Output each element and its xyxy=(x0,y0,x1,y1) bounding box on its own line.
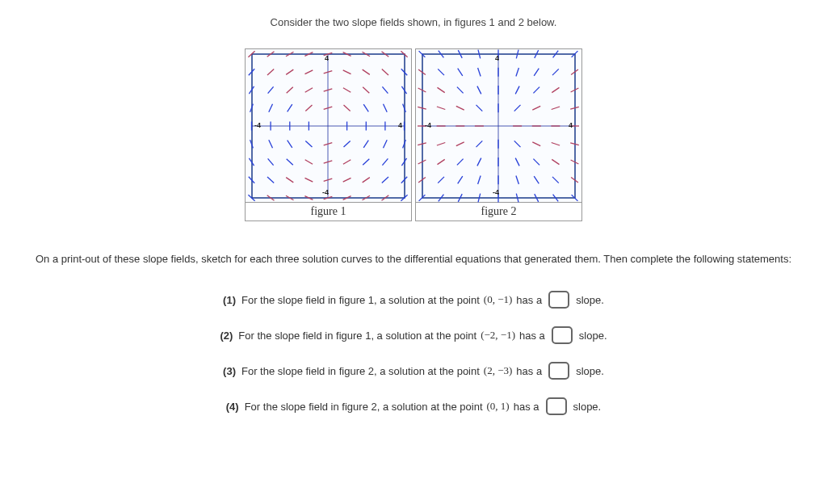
svg-line-14 xyxy=(268,158,274,165)
q4-num: (4) xyxy=(226,401,239,413)
svg-line-67 xyxy=(382,158,388,165)
svg-line-151 xyxy=(552,143,560,146)
svg-line-96 xyxy=(438,177,444,183)
svg-line-153 xyxy=(552,107,560,110)
q3-num: (3) xyxy=(223,365,236,377)
svg-line-141 xyxy=(533,159,539,166)
svg-line-59 xyxy=(363,141,368,148)
svg-line-52 xyxy=(344,105,351,111)
slope-field-2: 4 -4 -4 4 xyxy=(416,49,581,203)
svg-line-62 xyxy=(363,87,369,93)
svg-line-61 xyxy=(363,104,368,111)
svg-line-31 xyxy=(305,178,313,182)
q3-post1: has a xyxy=(516,365,542,377)
svg-line-98 xyxy=(437,143,445,146)
svg-line-49 xyxy=(343,160,351,165)
svg-line-119 xyxy=(477,86,481,94)
figures-container: 4 -4 -4 4 figure 1 4 -4 -4 4 figure 2 xyxy=(8,48,819,221)
svg-line-50 xyxy=(344,141,351,147)
instructions-text: On a print-out of these slope fields, sk… xyxy=(8,250,819,268)
q3-pre: For the slope field in figure 2, a solut… xyxy=(241,365,480,377)
q4-input[interactable] xyxy=(546,397,567,415)
svg-line-97 xyxy=(438,159,445,164)
slope-field-2-svg xyxy=(416,49,581,203)
svg-line-131 xyxy=(516,176,519,185)
svg-line-70 xyxy=(384,104,388,112)
svg-line-102 xyxy=(438,69,444,75)
axis-right-1: 4 xyxy=(398,122,402,129)
q3-post2: slope. xyxy=(576,365,604,377)
svg-line-23 xyxy=(287,159,293,165)
axis-top-1: 4 xyxy=(325,55,329,62)
svg-line-37 xyxy=(305,70,313,74)
svg-line-28 xyxy=(286,69,293,74)
q2-post2: slope. xyxy=(579,330,607,342)
svg-line-63 xyxy=(363,69,370,74)
svg-line-101 xyxy=(438,87,445,92)
axis-left-1: -4 xyxy=(254,122,261,129)
svg-line-35 xyxy=(305,105,312,111)
question-2: (2) For the slope field in figure 1, a s… xyxy=(220,326,607,344)
q2-input[interactable] xyxy=(552,326,573,344)
q1-point: (0, −1) xyxy=(484,293,513,306)
q1-post1: has a xyxy=(516,294,542,306)
svg-line-149 xyxy=(552,177,559,183)
figure-1-cell: 4 -4 -4 4 figure 1 xyxy=(245,48,412,221)
q1-post2: slope. xyxy=(576,294,604,306)
q4-post2: slope. xyxy=(573,401,602,413)
slope-field-1-svg xyxy=(246,49,411,203)
svg-line-100 xyxy=(437,107,445,110)
svg-line-57 xyxy=(363,178,370,183)
svg-line-142 xyxy=(532,142,540,146)
axis-left-2: -4 xyxy=(425,122,431,129)
svg-line-66 xyxy=(382,177,388,183)
q2-pre: For the slope field in figure 1, a solut… xyxy=(238,330,476,342)
svg-line-32 xyxy=(305,160,313,165)
svg-line-18 xyxy=(268,86,274,93)
svg-line-115 xyxy=(477,158,481,166)
svg-line-53 xyxy=(343,88,351,93)
svg-line-140 xyxy=(534,176,539,183)
svg-line-36 xyxy=(305,88,313,93)
svg-line-105 xyxy=(458,176,463,183)
q1-num: (1) xyxy=(223,294,236,306)
axis-right-2: 4 xyxy=(569,122,573,129)
intro-text: Consider the two slope fields shown, in … xyxy=(8,16,819,28)
svg-line-58 xyxy=(363,159,369,165)
svg-line-71 xyxy=(382,86,388,93)
slope-field-1: 4 -4 -4 4 xyxy=(246,49,411,203)
svg-line-26 xyxy=(288,104,292,111)
svg-line-110 xyxy=(457,87,464,94)
svg-line-120 xyxy=(478,68,481,77)
svg-line-24 xyxy=(288,141,292,148)
q3-point: (2, −3) xyxy=(484,364,513,377)
figure-1-caption: figure 1 xyxy=(246,203,411,220)
svg-line-111 xyxy=(458,69,463,76)
svg-line-107 xyxy=(456,142,464,146)
svg-line-116 xyxy=(476,141,483,147)
q4-pre: For the slope field in figure 2, a solut… xyxy=(245,401,483,413)
axis-top-2: 4 xyxy=(495,55,499,62)
q1-input[interactable] xyxy=(548,291,569,309)
svg-line-68 xyxy=(384,140,388,148)
svg-line-54 xyxy=(343,70,351,74)
q4-point: (0, 1) xyxy=(487,400,510,413)
question-4: (4) For the slope field in figure 2, a s… xyxy=(226,397,601,415)
svg-line-27 xyxy=(287,87,293,93)
q3-input[interactable] xyxy=(548,362,569,380)
svg-line-132 xyxy=(515,158,519,166)
q4-post1: has a xyxy=(514,401,539,413)
svg-line-48 xyxy=(343,178,351,182)
svg-line-109 xyxy=(456,106,464,110)
svg-line-133 xyxy=(514,141,521,147)
question-3: (3) For the slope field in figure 2, a s… xyxy=(223,362,604,380)
svg-line-15 xyxy=(269,140,273,148)
axis-bottom-1: -4 xyxy=(322,189,329,196)
svg-line-17 xyxy=(269,104,273,112)
question-1: (1) For the slope field in figure 1, a s… xyxy=(223,291,604,309)
svg-line-118 xyxy=(476,105,483,111)
svg-line-106 xyxy=(457,159,464,166)
q2-point: (−2, −1) xyxy=(481,329,515,342)
svg-line-13 xyxy=(267,177,274,183)
svg-line-135 xyxy=(514,105,521,111)
